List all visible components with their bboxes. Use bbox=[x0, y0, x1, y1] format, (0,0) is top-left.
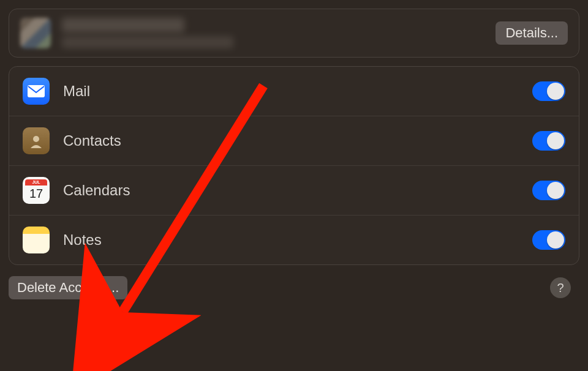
mail-toggle[interactable] bbox=[532, 81, 565, 101]
svg-point-1 bbox=[33, 136, 39, 142]
svg-rect-0 bbox=[28, 85, 45, 97]
service-row-calendar: JUL 17 Calendars bbox=[9, 165, 579, 215]
calendar-day-label: 17 bbox=[23, 186, 50, 201]
footer-row: Delete Account... ? bbox=[9, 274, 579, 308]
account-email-redacted bbox=[62, 36, 233, 48]
notes-icon bbox=[23, 227, 50, 253]
service-label: Calendars bbox=[63, 182, 519, 199]
calendar-month-label: JUL bbox=[25, 179, 47, 186]
calendar-toggle[interactable] bbox=[532, 181, 565, 200]
help-button[interactable]: ? bbox=[550, 277, 571, 298]
contacts-icon bbox=[23, 127, 50, 154]
account-avatar bbox=[20, 18, 51, 48]
service-label: Contacts bbox=[63, 132, 519, 149]
contacts-toggle[interactable] bbox=[532, 131, 565, 151]
delete-account-button[interactable]: Delete Account... bbox=[9, 276, 127, 299]
service-row-contacts: Contacts bbox=[9, 116, 579, 165]
service-label: Notes bbox=[63, 231, 519, 249]
service-row-mail: Mail bbox=[9, 67, 579, 116]
account-info bbox=[62, 18, 484, 48]
account-header-card: Details... bbox=[9, 9, 579, 58]
details-button[interactable]: Details... bbox=[496, 21, 568, 45]
services-card: Mail Contacts JUL 17 Calendars Notes bbox=[9, 66, 579, 265]
notes-toggle[interactable] bbox=[532, 230, 565, 250]
mail-icon bbox=[23, 78, 50, 105]
account-name-redacted bbox=[62, 18, 184, 32]
calendar-icon: JUL 17 bbox=[23, 177, 50, 204]
service-label: Mail bbox=[63, 83, 519, 100]
service-row-notes: Notes bbox=[9, 215, 579, 264]
